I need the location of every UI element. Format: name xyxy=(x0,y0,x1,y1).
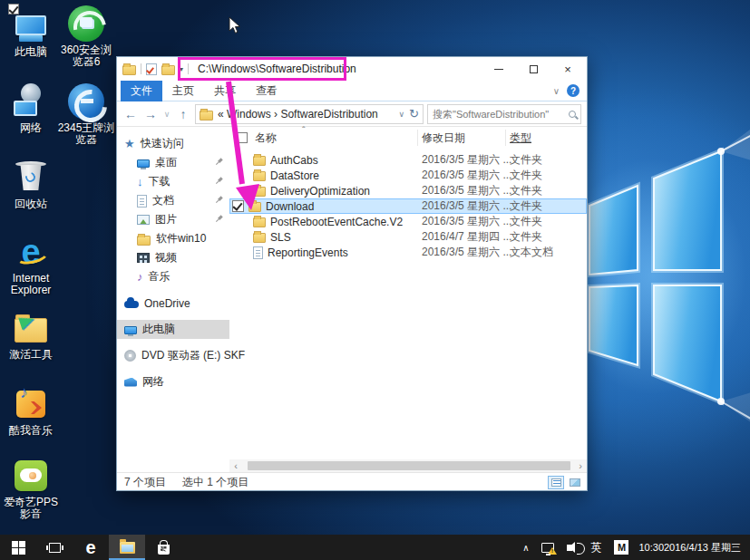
video-icon xyxy=(137,253,150,263)
sidebar-item-onedrive[interactable]: OneDrive xyxy=(117,294,229,313)
sidebar-item-dvd-drive[interactable]: DVD 驱动器 (E:) SKF xyxy=(117,346,229,365)
music-note-icon: ♪ xyxy=(137,270,143,284)
view-toggle-buttons xyxy=(548,476,583,489)
desktop-icon-360-browser[interactable]: 360安全浏览器6 xyxy=(56,5,116,68)
desktop-icon-recycle-bin[interactable]: 回收站 xyxy=(4,159,58,210)
file-name[interactable]: Download xyxy=(266,200,314,213)
breadcrumb-root[interactable]: Windows xyxy=(227,108,271,121)
file-type: 文件夹 xyxy=(506,183,542,198)
address-bar[interactable]: « Windows › SoftwareDistribution ∨ ↻ xyxy=(195,104,424,124)
360-browser-icon xyxy=(67,5,105,42)
properties-quick-icon[interactable] xyxy=(146,63,157,75)
file-row[interactable]: AuthCabs 2016/3/5 星期六 ... 文件夹 xyxy=(229,152,587,168)
sidebar-item-network[interactable]: 网络 xyxy=(117,372,229,391)
help-icon[interactable]: ? xyxy=(567,84,580,97)
store-button[interactable] xyxy=(145,535,181,560)
scroll-right-icon[interactable]: › xyxy=(574,459,587,472)
sidebar-item-downloads[interactable]: ↓ 下载 xyxy=(117,172,229,191)
recent-locations-caret-icon[interactable]: ∨ xyxy=(162,110,171,119)
sidebar-item-documents[interactable]: 文档 xyxy=(117,191,229,210)
file-name[interactable]: SLS xyxy=(270,231,291,244)
clock[interactable]: 10:30 2016/4/13 星期三 xyxy=(635,535,750,560)
sidebar-item-label: 桌面 xyxy=(155,155,177,170)
2345-browser-icon xyxy=(67,83,105,120)
volume-tray-button[interactable] xyxy=(560,535,584,560)
file-row[interactable]: DeliveryOptimization 2016/3/5 星期六 ... 文件… xyxy=(229,183,587,198)
select-all-checkbox[interactable] xyxy=(237,132,248,143)
desktop-icon-internet-explorer[interactable]: e Internet Explorer xyxy=(4,234,58,296)
address-folder-icon xyxy=(200,111,213,121)
folder-icon xyxy=(253,156,266,166)
this-pc-icon xyxy=(124,326,137,334)
sidebar-item-music[interactable]: ♪ 音乐 xyxy=(117,267,229,286)
scroll-left-icon[interactable]: ‹ xyxy=(229,459,242,472)
file-name[interactable]: DeliveryOptimization xyxy=(270,185,370,198)
horizontal-scrollbar[interactable]: ‹ › xyxy=(229,459,587,472)
column-header-date-modified[interactable]: 修改日期 xyxy=(418,130,506,146)
file-row-selected[interactable]: Download 2016/3/5 星期六 ... 文件夹 xyxy=(229,198,587,214)
desktop-icon-network[interactable]: 网络 xyxy=(4,83,58,134)
file-explorer-icon xyxy=(120,542,135,554)
close-button[interactable]: × xyxy=(550,57,585,81)
search-input[interactable] xyxy=(433,109,569,120)
file-row[interactable]: PostRebootEventCache.V2 2016/3/5 星期六 ...… xyxy=(229,214,587,229)
file-name[interactable]: ReportingEvents xyxy=(268,246,348,259)
ime-language-button[interactable]: 英 xyxy=(584,535,608,560)
sidebar-item-this-pc[interactable]: 此电脑 xyxy=(117,320,229,339)
details-view-button[interactable] xyxy=(548,476,564,489)
scrollbar-thumb[interactable] xyxy=(248,461,570,470)
title-bar[interactable]: ▾ C:\Windows\SoftwareDistribution × xyxy=(117,57,587,81)
sidebar-item-desktop[interactable]: 桌面 xyxy=(117,153,229,172)
file-type: 文件夹 xyxy=(506,168,542,183)
new-folder-quick-icon[interactable] xyxy=(161,65,175,75)
breadcrumb-current[interactable]: SoftwareDistribution xyxy=(280,108,377,121)
sidebar-item-pictures[interactable]: 图片 xyxy=(117,210,229,229)
thumbnail-view-button[interactable] xyxy=(567,476,583,489)
desktop-icon-activation-tool[interactable]: 激活工具 xyxy=(4,310,58,361)
task-view-button[interactable] xyxy=(36,535,73,560)
maximize-button[interactable] xyxy=(516,57,550,81)
sidebar-item-videos[interactable]: 视频 xyxy=(117,248,229,267)
column-header-name[interactable]: 名称 xyxy=(229,130,418,146)
ime-mode-button[interactable]: M xyxy=(608,535,635,560)
file-date: 2016/3/5 星期六 ... xyxy=(418,214,506,229)
minimize-button[interactable] xyxy=(482,57,516,81)
selection-checkbox[interactable] xyxy=(8,4,19,14)
back-button[interactable]: ← xyxy=(122,107,139,121)
explorer-window: ▾ C:\Windows\SoftwareDistribution × 文件 主… xyxy=(116,56,588,491)
refresh-icon[interactable]: ↻ xyxy=(409,107,419,121)
expand-ribbon-caret-icon[interactable]: ∨ xyxy=(553,86,560,96)
desktop-icon-iqiyi-pps[interactable]: 爱奇艺PPS 影音 xyxy=(2,458,60,520)
file-row[interactable]: ReportingEvents 2016/3/5 星期六 ... 文本文档 xyxy=(229,245,587,260)
up-button[interactable]: ↑ xyxy=(175,107,191,121)
desktop-icon-kuwo-music[interactable]: ♪ 酷我音乐 xyxy=(4,386,58,437)
windows-logo-icon xyxy=(12,541,25,555)
customize-toolbar-caret-icon[interactable]: ▾ xyxy=(180,65,183,73)
search-box[interactable] xyxy=(427,104,581,124)
show-hidden-icons-chevron[interactable]: ∧ xyxy=(516,535,535,560)
desktop-icon-2345-browser[interactable]: 2345王牌浏览器 xyxy=(56,83,116,146)
address-dropdown-caret-icon[interactable]: ∨ xyxy=(399,110,405,119)
file-name[interactable]: AuthCabs xyxy=(270,154,318,167)
tab-home[interactable]: 主页 xyxy=(162,81,204,101)
tab-view[interactable]: 查看 xyxy=(246,81,287,101)
sidebar-quick-access[interactable]: ★ 快速访问 xyxy=(117,134,229,153)
desktop-icon-this-pc[interactable]: 此电脑 xyxy=(4,7,58,58)
row-checkbox[interactable] xyxy=(232,200,244,212)
tab-share[interactable]: 共享 xyxy=(204,81,246,101)
column-header-type[interactable]: 类型 xyxy=(506,130,531,146)
sidebar-item-label: 音乐 xyxy=(149,269,170,285)
start-button[interactable] xyxy=(0,535,36,560)
file-name[interactable]: PostRebootEventCache.V2 xyxy=(270,216,403,228)
file-explorer-button[interactable] xyxy=(109,535,145,560)
network-tray-button[interactable] xyxy=(535,535,560,560)
file-row[interactable]: DataStore 2016/3/5 星期六 ... 文件夹 xyxy=(229,168,587,183)
breadcrumb[interactable]: « Windows › SoftwareDistribution xyxy=(218,108,394,121)
tab-file[interactable]: 文件 xyxy=(121,81,162,101)
sidebar-item-software-win10[interactable]: 软件win10 xyxy=(117,229,229,248)
file-name[interactable]: DataStore xyxy=(270,169,319,182)
search-icon[interactable] xyxy=(569,111,576,118)
edge-browser-button[interactable]: e xyxy=(73,535,109,560)
forward-button[interactable]: → xyxy=(142,107,159,121)
file-row[interactable]: SLS 2016/4/7 星期四 ... 文件夹 xyxy=(229,229,587,245)
